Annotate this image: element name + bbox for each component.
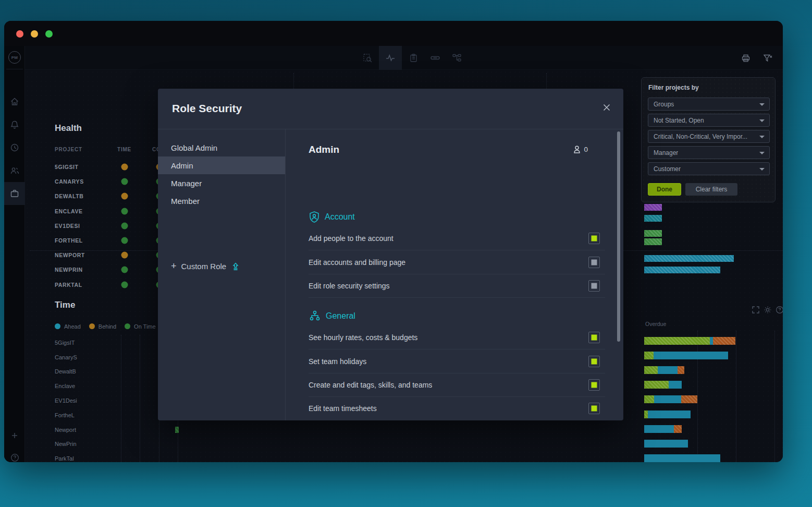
permission-checkbox[interactable] <box>588 233 600 244</box>
workload-help-icon[interactable] <box>776 306 783 314</box>
filter-clear-icon <box>763 54 773 63</box>
filter-dropdown-4[interactable]: Manager <box>648 146 770 159</box>
sidebar-item-notifications[interactable] <box>4 113 25 136</box>
briefcase-icon <box>10 189 19 198</box>
window-titlebar <box>4 21 783 46</box>
health-col-time: TIME <box>117 147 131 152</box>
role-security-modal: Role Security Global AdminAdminManagerMe… <box>158 89 623 420</box>
workload-bar-segment <box>648 411 691 418</box>
list-item: EV1Desi <box>55 393 122 408</box>
section-account-label: Account <box>325 212 355 222</box>
done-button[interactable]: Done <box>648 183 681 196</box>
workload-bar-segment <box>674 425 682 433</box>
modal-scrollbar[interactable] <box>617 131 620 342</box>
time-status-dot <box>121 237 128 244</box>
filter-dropdown-3[interactable]: Critical, Non-Critical, Very Impor... <box>648 130 770 143</box>
section-account: Account <box>309 211 355 223</box>
permission-checkbox[interactable] <box>588 356 600 367</box>
role-member-count: 0 <box>573 145 588 154</box>
sidebar-add-button[interactable] <box>4 424 25 447</box>
modal-header: Role Security <box>158 89 623 129</box>
permission-label: Edit role security settings <box>309 282 390 290</box>
print-button[interactable] <box>738 46 754 70</box>
checkbox-fill <box>592 283 597 288</box>
checkbox-fill <box>592 406 597 412</box>
sidebar-help-button[interactable] <box>4 446 25 462</box>
clear-filter-button[interactable] <box>760 46 776 70</box>
permission-checkbox[interactable] <box>588 257 600 268</box>
close-window-button[interactable] <box>16 30 23 38</box>
workload-bar-segment <box>644 366 658 374</box>
sidebar-item-team[interactable] <box>4 159 25 182</box>
role-item-member[interactable]: Member <box>158 192 285 210</box>
tab-links[interactable] <box>424 46 447 70</box>
top-toolbar <box>25 46 783 70</box>
permission-checkbox[interactable] <box>588 403 600 414</box>
legend-dot <box>89 323 95 329</box>
project-name: Enclave <box>55 383 75 389</box>
permission-checkbox[interactable] <box>588 332 600 343</box>
progress-bar <box>644 215 662 222</box>
minimize-window-button[interactable] <box>31 30 38 38</box>
permission-label: Create and edit tags, skills, and teams <box>309 381 432 389</box>
link-icon <box>430 54 440 62</box>
permission-checkbox[interactable] <box>588 379 600 391</box>
project-name: NewPrin <box>55 441 77 447</box>
bell-icon <box>10 120 19 129</box>
workload-bar-segment <box>669 381 682 389</box>
dropdown-value: Groups <box>654 101 674 108</box>
role-item-admin[interactable]: Admin <box>158 156 285 174</box>
role-item-manager[interactable]: Manager <box>158 174 285 192</box>
health-col-project: PROJECT <box>55 147 82 152</box>
role-item-global-admin[interactable]: Global Admin <box>158 139 285 156</box>
section-general: General <box>309 310 355 322</box>
role-permissions-pane: Admin 0 Account Add people to the accoun… <box>286 129 623 420</box>
search-button[interactable] <box>782 46 783 70</box>
sidebar-item-home[interactable] <box>4 90 25 113</box>
project-name: DEWALTB <box>55 193 83 199</box>
sidebar-item-time[interactable] <box>4 136 25 159</box>
workload-legend-overdue: Overdue <box>645 321 666 327</box>
permission-checkbox[interactable] <box>588 280 600 292</box>
help-icon <box>10 453 19 462</box>
permission-row: Edit team timesheets <box>309 397 605 420</box>
tab-overview-search[interactable] <box>356 46 379 70</box>
add-custom-role-button[interactable]: + Custom Role <box>171 261 240 272</box>
permission-label: Edit accounts and billing page <box>309 258 405 267</box>
legend-label: On Time <box>134 323 156 330</box>
tab-reports[interactable] <box>402 46 425 70</box>
printer-icon <box>741 54 751 63</box>
time-legend: AheadBehindOn Time <box>55 322 164 331</box>
health-panel-title: Health <box>55 123 82 134</box>
clear-filters-button[interactable]: Clear filters <box>685 183 737 196</box>
workload-settings-icon[interactable] <box>764 306 772 314</box>
workload-bar-segment <box>681 395 697 403</box>
time-status-dot <box>121 281 128 288</box>
workload-expand-icon[interactable] <box>752 306 760 314</box>
filter-dropdown-5[interactable]: Customer <box>648 162 770 175</box>
filter-dropdown-1[interactable]: Groups <box>648 98 770 111</box>
sidebar-item-projects[interactable] <box>4 182 25 205</box>
plus-icon <box>11 432 18 439</box>
workload-bar-segment <box>678 366 684 374</box>
checkbox-fill <box>592 259 597 265</box>
permission-label: Add people to the account <box>309 234 393 243</box>
project-name: FORTHEL <box>55 237 83 244</box>
upgrade-icon <box>231 262 240 271</box>
zoom-window-button[interactable] <box>45 30 53 38</box>
permission-row: Create and edit tags, skills, and teams <box>309 373 605 397</box>
workload-bar-segment <box>644 395 654 403</box>
list-item: Newport <box>55 422 122 437</box>
filter-dropdown-2[interactable]: Not Started, Open <box>648 114 770 127</box>
shield-icon <box>309 211 320 223</box>
progress-bar <box>644 204 662 211</box>
dropdown-value: Manager <box>654 149 678 156</box>
time-status-dot <box>121 193 128 200</box>
close-icon[interactable] <box>602 103 611 112</box>
list-item: Enclave <box>55 379 122 393</box>
project-name: NEWPORT <box>55 252 85 258</box>
project-name: CANARYS <box>55 178 84 185</box>
tab-workflow[interactable] <box>446 46 469 70</box>
legend-item-on-time: On Time <box>125 323 156 330</box>
tab-activity[interactable] <box>379 46 402 70</box>
